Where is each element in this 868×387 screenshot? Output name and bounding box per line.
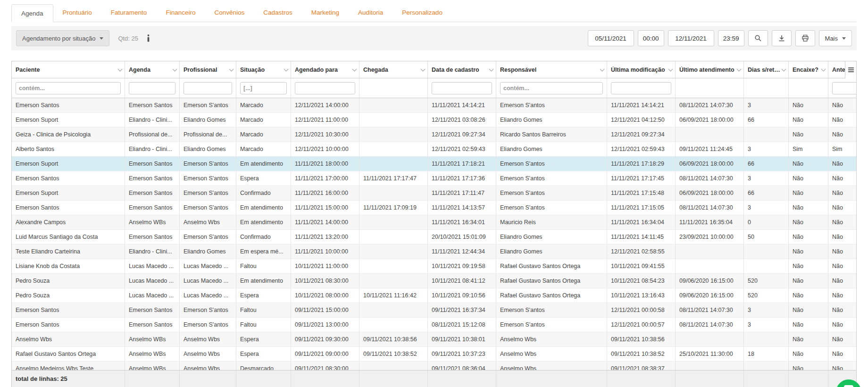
table-row[interactable]: Emerson Suport Eliandro - Clini... Elian…: [12, 113, 856, 127]
tab-label: Convênios: [214, 9, 244, 16]
more-button[interactable]: Mais: [819, 30, 852, 46]
column-header[interactable]: Profissional: [180, 61, 236, 78]
column-header-label: Data de cadastro: [432, 67, 488, 73]
table-row[interactable]: Emerson Santos Emerson Santos Emerson S'…: [12, 303, 856, 318]
tab[interactable]: Faturamento: [101, 4, 157, 22]
table-row[interactable]: Emerson Suport Emerson Santos Emerson S'…: [12, 157, 856, 171]
filter-input-antecipacao[interactable]: [832, 82, 856, 94]
tab[interactable]: Convênios: [205, 4, 254, 22]
cell-agenda: Profissional de...: [125, 127, 180, 142]
filter-input-agendado-para[interactable]: [295, 82, 355, 94]
tab[interactable]: Personalizado: [392, 4, 452, 22]
table-row[interactable]: Emerson Suport Emerson Santos Emerson S'…: [12, 186, 856, 201]
column-header[interactable]: Agendado para: [291, 61, 359, 78]
row-count-label: Qtd: 25: [118, 35, 138, 42]
cell-paciente: Teste Eliandro Carteirina: [12, 244, 125, 259]
cell-situacao: Marcado: [236, 142, 291, 157]
footer-cell: [359, 370, 428, 387]
cell-data-cadastro: 09/11/2021 10:38:01: [428, 332, 496, 347]
cell-ultimo-atendimento: 08/11/2021 14:07:30: [676, 303, 744, 318]
filter-input-ultima-modificacao[interactable]: [611, 82, 671, 94]
start-date-input[interactable]: [588, 30, 634, 46]
cell-encaixe: Não: [789, 186, 828, 201]
table-row[interactable]: Alberto Santos Eliandro - Clini... Elian…: [12, 142, 856, 157]
column-header[interactable]: Data de cadastro: [428, 61, 496, 78]
tab[interactable]: Marketing: [302, 4, 349, 22]
tab[interactable]: Financeiro: [156, 4, 205, 22]
table-row[interactable]: Teste Eliandro Carteirina Eliandro - Cli…: [12, 244, 856, 259]
column-chooser-icon[interactable]: [845, 61, 856, 78]
filter-input-paciente[interactable]: [16, 82, 121, 94]
cell-agendado-para: 10/11/2021 11:00:00: [291, 259, 359, 274]
download-button[interactable]: [772, 30, 792, 46]
filter-input-data-cadastro[interactable]: [432, 82, 492, 94]
tab[interactable]: Cadastros: [254, 4, 302, 22]
cell-data-cadastro: 11/11/2021 12:44:34: [428, 244, 496, 259]
column-header[interactable]: Chegada: [359, 61, 428, 78]
table-row[interactable]: Anselmo Medeiros Wbs Teste Anselmo WBs A…: [12, 362, 856, 370]
column-header[interactable]: Dias s/retorno: [744, 61, 789, 78]
cell-profissional: Anselmo Wbs: [180, 332, 236, 347]
cell-profissional: Anselmo Wbs: [180, 215, 236, 230]
start-time-input[interactable]: [638, 30, 664, 46]
total-rows-label: total de linhas: 25: [12, 370, 125, 387]
end-date-input[interactable]: [668, 30, 714, 46]
filter-cell-responsavel: [496, 78, 607, 98]
cell-situacao: Em atendimento: [236, 215, 291, 230]
column-header[interactable]: Situação: [236, 61, 291, 78]
table-row[interactable]: Emerson Santos Emerson Santos Emerson S'…: [12, 98, 856, 113]
footer-cell: [496, 370, 607, 387]
tab[interactable]: Prontuário: [53, 4, 101, 22]
cell-agendado-para: 12/11/2021 10:30:00: [291, 127, 359, 142]
table-row[interactable]: Emerson Santos Emerson Santos Emerson S'…: [12, 318, 856, 332]
table-row[interactable]: Anselmo Wbs Anselmo WBs Anselmo Wbs Espe…: [12, 332, 856, 347]
table-row[interactable]: Geiza - Clinica de Psicologia Profission…: [12, 127, 856, 142]
cell-paciente: Pedro Souza: [12, 274, 125, 288]
column-header[interactable]: Encaixe?: [789, 61, 828, 78]
filter-input-situacao[interactable]: [240, 82, 287, 94]
search-button[interactable]: [748, 30, 768, 46]
table-row[interactable]: Pedro Souza Lucas Macedo ... Lucas Maced…: [12, 288, 856, 303]
tab[interactable]: Agenda: [11, 4, 53, 22]
cell-responsavel: Rafael Gustavo Santos Ortega: [496, 288, 607, 303]
table-row[interactable]: Luid Marcus Santiago da Costa Emerson Sa…: [12, 230, 856, 244]
cell-responsavel: Emerson S'antos: [496, 201, 607, 215]
cell-dias-sem-retorno: 66: [744, 113, 789, 127]
table-row[interactable]: Emerson Santos Emerson Santos Emerson S'…: [12, 201, 856, 215]
print-button[interactable]: [795, 30, 815, 46]
table-row[interactable]: Rafael Gustavo Santos Ortega Anselmo WBs…: [12, 347, 856, 362]
cell-agenda: Lucas Macedo ...: [125, 259, 180, 274]
cell-paciente: Anselmo Wbs: [12, 332, 125, 347]
cell-situacao: Em atendimento: [236, 274, 291, 288]
filter-input-responsavel[interactable]: [500, 82, 603, 94]
cell-dias-sem-retorno: 18: [744, 347, 789, 362]
cell-agendado-para: 09/11/2021 15:00:00: [291, 303, 359, 318]
filter-input-agenda[interactable]: [129, 82, 175, 94]
cell-chegada: [359, 259, 428, 274]
table-row[interactable]: Pedro Souza Lucas Macedo ... Lucas Maced…: [12, 274, 856, 288]
end-time-input[interactable]: [718, 30, 744, 46]
cell-responsavel: Eliandro Gomes: [496, 142, 607, 157]
cell-profissional: Anselmo Wbs: [180, 362, 236, 370]
column-header[interactable]: Paciente: [12, 61, 125, 78]
column-header[interactable]: Agenda: [125, 61, 180, 78]
cell-agenda: Eliandro - Clini...: [125, 142, 180, 157]
column-header[interactable]: Última modificação: [607, 61, 676, 78]
filter-input-profissional[interactable]: [184, 82, 232, 94]
cell-chegada: [359, 142, 428, 157]
table-row[interactable]: Lisiane Knob da Costata Lucas Macedo ...…: [12, 259, 856, 274]
cell-agendado-para: 12/11/2021 14:00:00: [291, 98, 359, 113]
cell-encaixe: Não: [789, 318, 828, 332]
chat-icon: [844, 385, 853, 387]
column-header[interactable]: Responsável: [496, 61, 607, 78]
cell-situacao: Confirmado: [236, 230, 291, 244]
cell-ultima-modificacao: 12/11/2021 02:59:43: [607, 142, 676, 157]
info-icon[interactable]: [147, 34, 150, 42]
column-header[interactable]: Último atendimento: [676, 61, 744, 78]
table-row[interactable]: Emerson Santos Emerson Santos Emerson S'…: [12, 171, 856, 186]
tab[interactable]: Auditoria: [349, 4, 392, 22]
view-selector-button[interactable]: Agendamento por situação: [16, 30, 109, 46]
cell-encaixe: Não: [789, 347, 828, 362]
table-row[interactable]: Alexandre Campos Anselmo WBs Anselmo Wbs…: [12, 215, 856, 230]
cell-situacao: Em atendimento: [236, 201, 291, 215]
